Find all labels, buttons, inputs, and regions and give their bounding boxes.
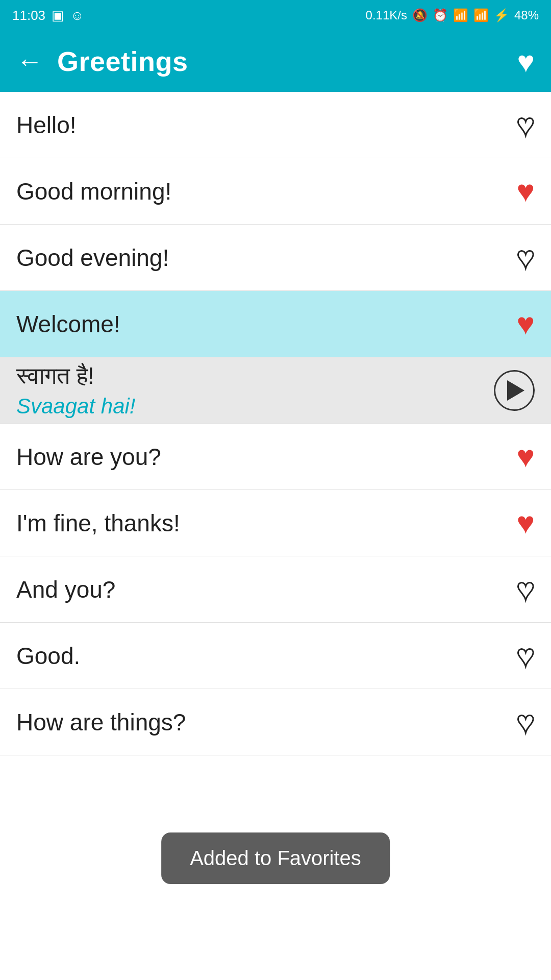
list-item[interactable]: And you? ♥ [0, 556, 551, 623]
romanized-text: Svaagat hai! [16, 394, 136, 419]
network-speed: 0.11K/s [366, 8, 407, 22]
status-bar: 11:03 ▣ ☺ 0.11K/s 🔕 ⏰ 📶 📶 ⚡ 48% [0, 0, 551, 31]
favorite-icon[interactable]: ♥ [516, 505, 535, 541]
page-title: Greetings [57, 45, 188, 77]
translation-row[interactable]: स्वागत है! Svaagat hai! [0, 357, 551, 424]
app-bar: ← Greetings ♥ [0, 31, 551, 92]
list-item[interactable]: Good. ♥ [0, 623, 551, 689]
app-icon-2: ☺ [70, 8, 84, 23]
header-favorite-icon[interactable]: ♥ [517, 44, 535, 79]
phrase-list: Hello! ♥ Good morning! ♥ Good evening! ♥… [0, 92, 551, 755]
phrase-text: Good morning! [16, 178, 171, 205]
phrase-text: I'm fine, thanks! [16, 509, 180, 537]
hindi-text: स्वागत है! [16, 362, 136, 390]
phrase-text: Welcome! [16, 310, 120, 338]
app-icon-1: ▣ [52, 8, 64, 23]
status-time: 11:03 [12, 8, 45, 23]
mute-icon: 🔕 [412, 8, 428, 22]
back-button[interactable]: ← [16, 48, 43, 75]
phrase-text: Good. [16, 642, 80, 670]
favorite-icon[interactable]: ♥ [516, 704, 535, 740]
toast-message: Added to Favorites [161, 832, 390, 884]
signal-icon: 📶 [473, 8, 489, 22]
list-item[interactable]: Hello! ♥ [0, 92, 551, 158]
list-item[interactable]: How are things? ♥ [0, 689, 551, 755]
favorite-icon[interactable]: ♥ [516, 107, 535, 142]
play-triangle-icon [507, 380, 524, 401]
play-button[interactable] [494, 370, 535, 411]
list-item[interactable]: Good morning! ♥ [0, 158, 551, 225]
battery-percent: 48% [514, 8, 539, 22]
phrase-text: Good evening! [16, 244, 169, 272]
list-item-highlighted[interactable]: Welcome! ♥ [0, 291, 551, 357]
list-item[interactable]: I'm fine, thanks! ♥ [0, 490, 551, 556]
favorite-icon[interactable]: ♥ [516, 638, 535, 673]
list-item[interactable]: How are you? ♥ [0, 424, 551, 490]
translation-block: स्वागत है! Svaagat hai! [16, 362, 136, 419]
phrase-text: How are you? [16, 443, 161, 471]
favorite-icon[interactable]: ♥ [516, 439, 535, 474]
phrase-text: And you? [16, 576, 115, 603]
favorite-icon[interactable]: ♥ [516, 174, 535, 209]
favorite-icon[interactable]: ♥ [516, 240, 535, 275]
wifi-icon: 📶 [453, 8, 468, 22]
phrase-text: Hello! [16, 111, 77, 139]
favorite-icon[interactable]: ♥ [516, 572, 535, 607]
favorite-icon[interactable]: ♥ [516, 306, 535, 341]
list-item[interactable]: Good evening! ♥ [0, 225, 551, 291]
phrase-text: How are things? [16, 708, 186, 736]
lightning-icon: ⚡ [494, 8, 509, 22]
alarm-icon: ⏰ [433, 8, 448, 22]
